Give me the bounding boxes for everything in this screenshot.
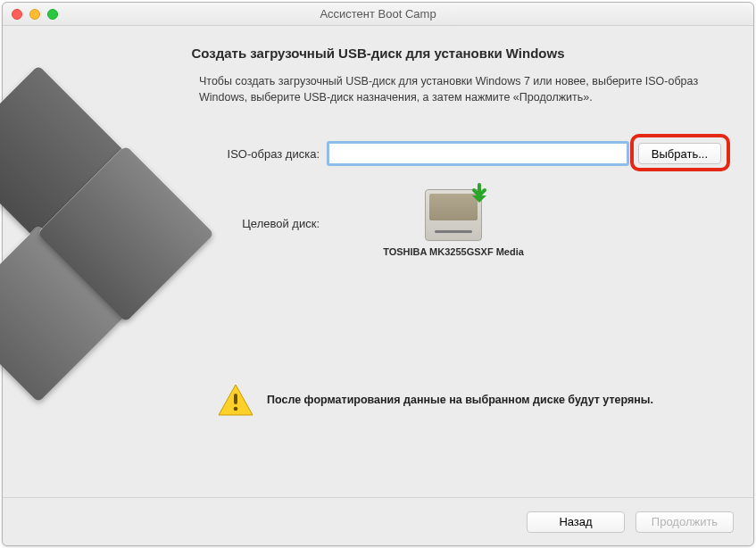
target-disk-row: Целевой диск: TOSHI bbox=[199, 189, 721, 257]
back-button[interactable]: Назад bbox=[527, 511, 625, 533]
iso-label: ISO-образ диска: bbox=[199, 147, 328, 161]
window-title: Ассистент Boot Camp bbox=[3, 7, 753, 21]
warning-row: После форматирования данные на выбранном… bbox=[217, 383, 728, 417]
page-title: Создать загрузочный USB-диск для установ… bbox=[28, 46, 728, 61]
target-disk-item[interactable]: TOSHIBA MK3255GSXF Media bbox=[328, 189, 578, 257]
target-disk-name: TOSHIBA MK3255GSXF Media bbox=[383, 246, 524, 257]
iso-path-input[interactable] bbox=[328, 143, 627, 164]
bootcamp-assistant-window: Ассистент Boot Camp Создать загрузочный … bbox=[2, 2, 754, 546]
content-area: Создать загрузочный USB-диск для установ… bbox=[3, 26, 753, 497]
warning-text: После форматирования данные на выбранном… bbox=[267, 394, 653, 406]
warning-icon bbox=[217, 383, 254, 417]
titlebar: Ассистент Boot Camp bbox=[3, 3, 753, 26]
instruction-text: Чтобы создать загрузочный USB-диск для у… bbox=[199, 73, 721, 105]
svg-rect-0 bbox=[234, 394, 237, 404]
choose-iso-button[interactable]: Выбрать... bbox=[638, 143, 721, 164]
hard-drive-icon bbox=[425, 189, 482, 241]
download-arrow-icon bbox=[469, 183, 490, 204]
footer: Назад Продолжить bbox=[3, 497, 753, 545]
iso-row: ISO-образ диска: Выбрать... bbox=[199, 143, 721, 164]
continue-button: Продолжить bbox=[636, 511, 734, 533]
target-disk-label: Целевой диск: bbox=[199, 217, 328, 230]
main-panel: Чтобы создать загрузочный USB-диск для у… bbox=[199, 73, 728, 282]
bootcamp-logo bbox=[3, 73, 190, 282]
svg-point-1 bbox=[234, 407, 238, 411]
